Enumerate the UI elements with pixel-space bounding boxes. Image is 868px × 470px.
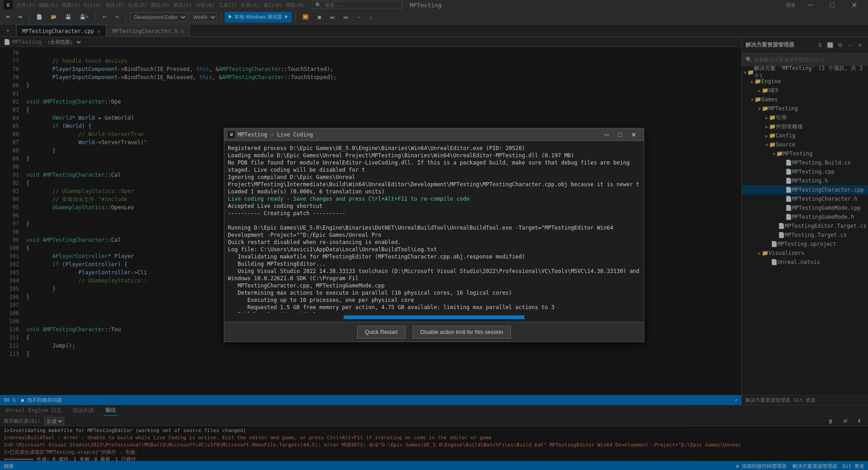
log-line-4: Loaded 1 module(s) (0.000s, 6 translatio… [228, 188, 640, 195]
log-line-3: Ignoring compiland D:\Epic Games\Unreal … [228, 174, 640, 188]
modal-title-text: MPTesting - Live Coding [238, 132, 313, 138]
log-line-5: Live coding ready - Save changes and pre… [228, 195, 640, 202]
log-line-7: ---------- Creating patch ---------- [228, 210, 640, 217]
quick-restart-button[interactable]: Quick Restart [357, 326, 406, 338]
modal-overlay: U MPTesting - Live Coding ─ □ ✕ Register… [0, 0, 868, 470]
live-coding-modal: U MPTesting - Live Coding ─ □ ✕ Register… [224, 128, 644, 342]
log-line-2: No PDB file found for module UnrealEdito… [228, 159, 640, 174]
log-line-13: Building MPTestingEditor... [228, 260, 640, 268]
modal-minimize-button[interactable]: ─ [600, 130, 613, 139]
log-line-9: Running D:\Epic Games\UE_5.0\Engine\Bina… [228, 224, 640, 239]
disable-action-limit-button[interactable]: Disable action limit for this session [413, 326, 511, 338]
log-line-15: MPTestingCharacter.cpp, MPTestingGameMod… [228, 282, 640, 289]
log-line-10: Quick restart disabled when re-instancin… [228, 239, 640, 246]
log-line-11: Log file: C:\Users\Xavici1\AppData\Local… [228, 246, 640, 253]
log-line-12: Invalidating makefile for MPTestingEdito… [228, 253, 640, 260]
modal-close-button[interactable]: ✕ [627, 130, 640, 139]
modal-titlebar: U MPTesting - Live Coding ─ □ ✕ [224, 128, 644, 141]
progress-bar [344, 315, 524, 319]
modal-ue-logo: U [228, 131, 235, 138]
modal-maximize-button[interactable]: □ [614, 130, 627, 139]
log-line-1: Loading module D:\Epic Games\Unreal Proj… [228, 152, 640, 159]
log-line-0: Registered process D:\Epic Games\UE_5.0\… [228, 145, 640, 152]
log-line-17: Executing up to 10 processes, one per ph… [228, 296, 640, 304]
log-line-8 [228, 217, 640, 224]
modal-progress-bar-area [224, 313, 644, 322]
modal-controls: ─ □ ✕ [600, 130, 640, 139]
log-line-6: Accepted Live coding shortcut [228, 202, 640, 210]
modal-footer: Quick Restart Disable action limit for t… [224, 322, 644, 342]
modal-log-content[interactable]: Registered process D:\Epic Games\UE_5.0\… [224, 141, 644, 313]
log-line-18: Requested 1.5 GB free memory per action,… [228, 304, 640, 311]
log-line-16: Determining max actions to execute in pa… [228, 289, 640, 296]
log-line-14: Using Visual Studio 2022 14.38.33133 too… [228, 268, 640, 282]
progress-bar-container [344, 315, 524, 319]
